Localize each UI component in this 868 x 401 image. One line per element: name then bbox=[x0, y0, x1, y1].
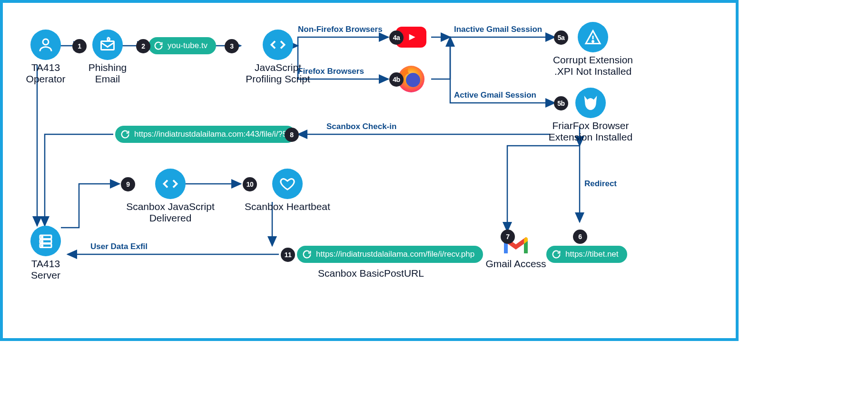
edge-nonff: Non-Firefox Browsers bbox=[298, 25, 383, 34]
url-recv-text: https://indiatrustdalailama.com/file/i/r… bbox=[316, 250, 474, 259]
badge-11: 11 bbox=[281, 248, 295, 262]
corrupt-label: Corrupt Extension.XPI Not Installed bbox=[545, 54, 641, 77]
refresh-icon bbox=[120, 129, 130, 140]
scanboxjs-label: Scanbox JavaScriptDelivered bbox=[123, 201, 218, 224]
badge-8: 8 bbox=[285, 128, 299, 142]
edge-ff: Firefox Browsers bbox=[298, 67, 364, 76]
code-icon bbox=[155, 169, 186, 199]
svg-point-12 bbox=[41, 237, 42, 238]
url-recv: https://indiatrustdalailama.com/file/i/r… bbox=[297, 246, 483, 263]
badge-1: 1 bbox=[72, 39, 87, 53]
node-phishing: PhishingEmail bbox=[84, 30, 131, 85]
user-icon bbox=[30, 30, 61, 60]
node-gmail: Gmail Access bbox=[483, 235, 549, 270]
badge-6: 6 bbox=[573, 230, 587, 244]
badge-5a: 5a bbox=[554, 30, 568, 45]
edge-inactive: Inactive Gmail Session bbox=[454, 25, 542, 34]
badge-7: 7 bbox=[501, 230, 515, 244]
server-icon bbox=[30, 226, 61, 256]
node-operator: TA413Operator bbox=[22, 30, 69, 85]
svg-rect-4 bbox=[101, 41, 114, 50]
url-youtubetv-text: you-tube.tv bbox=[168, 41, 207, 50]
badge-2: 2 bbox=[136, 39, 150, 53]
svg-point-8 bbox=[592, 41, 594, 42]
badge-9: 9 bbox=[121, 177, 135, 191]
node-jsprofile: JavaScriptProfiling Script bbox=[240, 30, 316, 85]
badge-4a: 4a bbox=[389, 30, 404, 45]
diagram-frame: TA413Operator PhishingEmail you-tube.tv … bbox=[0, 0, 739, 341]
svg-point-6 bbox=[406, 73, 420, 87]
refresh-icon bbox=[302, 249, 312, 260]
alert-icon bbox=[578, 22, 608, 52]
url-tibet: https://tibet.net bbox=[546, 246, 627, 263]
refresh-icon bbox=[153, 40, 164, 51]
svg-point-14 bbox=[41, 245, 42, 246]
node-friarfox: FriarFox BrowserExtension Installed bbox=[541, 88, 641, 143]
heartbeat-label: Scanbox Heartbeat bbox=[240, 201, 335, 212]
badge-10: 10 bbox=[243, 177, 257, 191]
badge-3: 3 bbox=[225, 39, 239, 53]
svg-point-3 bbox=[43, 39, 49, 45]
node-server: TA413Server bbox=[22, 226, 69, 281]
refresh-icon bbox=[551, 249, 562, 260]
node-heartbeat: Scanbox Heartbeat bbox=[240, 169, 335, 212]
badge-4b: 4b bbox=[389, 72, 404, 87]
url-youtubetv: you-tube.tv bbox=[148, 37, 216, 54]
badge-5b: 5b bbox=[554, 96, 568, 110]
edge-exfil: User Data Exfil bbox=[90, 242, 148, 251]
operator-label: TA413Operator bbox=[22, 62, 69, 85]
heart-icon bbox=[272, 169, 303, 199]
code-icon bbox=[263, 30, 293, 60]
gmail-label: Gmail Access bbox=[483, 258, 549, 270]
friarfox-label: FriarFox BrowserExtension Installed bbox=[541, 120, 641, 143]
url-checkin-text: https://indiatrustdalailama.com:443/file… bbox=[134, 130, 287, 139]
url-checkin: https://indiatrustdalailama.com:443/file… bbox=[115, 126, 296, 143]
node-scanboxjs: Scanbox JavaScriptDelivered bbox=[123, 169, 218, 224]
server-label: TA413Server bbox=[22, 258, 69, 281]
fox-icon bbox=[575, 88, 606, 118]
url-tibet-text: https://tibet.net bbox=[565, 250, 619, 259]
phishing-icon bbox=[92, 30, 123, 60]
edge-scanbox: Scanbox Check-in bbox=[326, 122, 396, 131]
edge-redirect: Redirect bbox=[584, 179, 617, 189]
svg-point-13 bbox=[41, 241, 42, 242]
basicpost-label: Scanbox BasicPostURL bbox=[318, 268, 424, 279]
phishing-label: PhishingEmail bbox=[84, 62, 131, 85]
edge-active: Active Gmail Session bbox=[454, 90, 536, 100]
